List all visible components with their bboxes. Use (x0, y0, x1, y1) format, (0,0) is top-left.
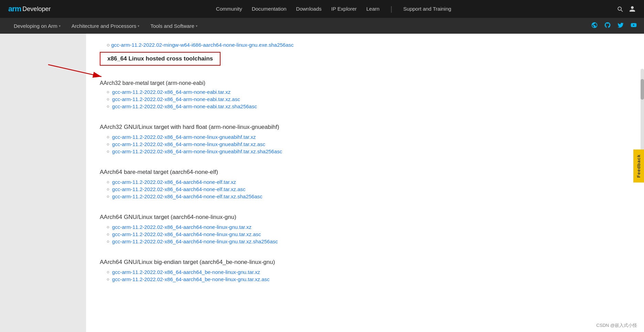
link-list-aarch32-hardfloat: gcc-arm-11.2-2022.02-x86_64-arm-none-lin… (107, 134, 630, 154)
section-title-aarch32-bare-metal: AArch32 bare-metal target (arm-none-eabi… (100, 80, 630, 86)
list-item: gcc-arm-11.2-2022.02-x86_64-aarch64-none… (107, 224, 630, 230)
top-nav-icons (616, 5, 636, 12)
section-title-aarch32-hardfloat: AArch32 GNU/Linux target with hard float… (100, 124, 630, 131)
nav-divider: | (390, 5, 392, 13)
list-item: gcc-arm-11.2-2022.02-x86_64-arm-none-eab… (107, 103, 630, 109)
highlighted-section-title: x86_64 Linux hosted cross toolchains (107, 55, 213, 62)
top-link[interactable]: gcc-arm-11.2-2022.02-mingw-w64-i686-aarc… (107, 42, 630, 48)
nav-ip-explorer[interactable]: IP Explorer (331, 6, 357, 12)
chevron-icon-1: ▾ (138, 24, 139, 28)
developer-logo-text: Developer (22, 5, 51, 13)
download-link[interactable]: gcc-arm-11.2-2022.02-x86_64-arm-none-eab… (112, 96, 240, 102)
nav-learn[interactable]: Learn (366, 6, 379, 12)
link-list-aarch64-big-endian: gcc-arm-11.2-2022.02-x86_64-aarch64_be-n… (107, 269, 630, 282)
search-icon[interactable] (616, 5, 623, 12)
chevron-icon-2: ▾ (196, 24, 197, 28)
highlighted-section-box: x86_64 Linux hosted cross toolchains (100, 52, 221, 66)
community-icon[interactable] (591, 22, 598, 30)
nav-downloads[interactable]: Downloads (296, 6, 322, 12)
download-link[interactable]: gcc-arm-11.2-2022.02-x86_64-aarch64-none… (112, 193, 262, 199)
csdn-watermark: CSDN @嵌入式小怪 (596, 322, 637, 329)
list-item: gcc-arm-11.2-2022.02-x86_64-arm-none-lin… (107, 148, 630, 154)
list-item: gcc-arm-11.2-2022.02-x86_64-aarch64_be-n… (107, 269, 630, 275)
chevron-icon-0: ▾ (59, 24, 61, 28)
second-nav-right (591, 22, 644, 30)
section-title-aarch64-big-endian: AArch64 GNU/Linux big-endian target (aar… (100, 259, 630, 266)
content-area: gcc-arm-11.2-2022.02-mingw-w64-i686-aarc… (86, 34, 644, 332)
svg-line-1 (48, 65, 101, 77)
download-link[interactable]: gcc-arm-11.2-2022.02-x86_64-arm-none-eab… (112, 89, 230, 95)
arm-logo-text: arm (8, 4, 21, 13)
download-link[interactable]: gcc-arm-11.2-2022.02-x86_64-aarch64-none… (112, 179, 236, 185)
nav-support-training[interactable]: Support and Training (403, 6, 451, 12)
list-item: gcc-arm-11.2-2022.02-x86_64-aarch64-none… (107, 231, 630, 237)
youtube-icon[interactable] (630, 22, 637, 30)
section-title-aarch64-bare-metal: AArch64 bare-metal target (aarch64-none-… (100, 169, 630, 176)
top-nav-links: Community Documentation Downloads IP Exp… (216, 5, 451, 13)
nav-tools-software[interactable]: Tools and Software ▾ (145, 18, 203, 34)
download-link[interactable]: gcc-arm-11.2-2022.02-x86_64-arm-none-lin… (112, 148, 282, 154)
list-item: gcc-arm-11.2-2022.02-x86_64-arm-none-lin… (107, 134, 630, 140)
list-item: gcc-arm-11.2-2022.02-x86_64-aarch64_be-n… (107, 276, 630, 282)
list-item: gcc-arm-11.2-2022.02-x86_64-arm-none-eab… (107, 96, 630, 102)
download-link[interactable]: gcc-arm-11.2-2022.02-x86_64-arm-none-lin… (112, 134, 256, 140)
main-wrapper: gcc-arm-11.2-2022.02-mingw-w64-i686-aarc… (0, 34, 644, 332)
download-link[interactable]: gcc-arm-11.2-2022.02-x86_64-aarch64_be-n… (112, 269, 260, 275)
second-nav-left: Developing on Arm ▾ Architecture and Pro… (8, 18, 203, 34)
github-icon[interactable] (604, 22, 611, 30)
download-link[interactable]: gcc-arm-11.2-2022.02-x86_64-aarch64-none… (112, 186, 246, 192)
list-item: gcc-arm-11.2-2022.02-x86_64-aarch64-none… (107, 186, 630, 192)
download-link[interactable]: gcc-arm-11.2-2022.02-x86_64-aarch64-none… (112, 239, 278, 244)
download-link[interactable]: gcc-arm-11.2-2022.02-x86_64-arm-none-eab… (112, 103, 257, 109)
second-navigation: Developing on Arm ▾ Architecture and Pro… (0, 18, 644, 34)
link-list-aarch32-bare-metal: gcc-arm-11.2-2022.02-x86_64-arm-none-eab… (107, 89, 630, 109)
red-arrow (41, 58, 110, 85)
list-item: gcc-arm-11.2-2022.02-x86_64-aarch64-none… (107, 239, 630, 244)
list-item: gcc-arm-11.2-2022.02-x86_64-aarch64-none… (107, 193, 630, 199)
list-item: gcc-arm-11.2-2022.02-x86_64-aarch64-none… (107, 179, 630, 185)
nav-developing-on-arm[interactable]: Developing on Arm ▾ (8, 18, 66, 34)
list-item: gcc-arm-11.2-2022.02-x86_64-arm-none-eab… (107, 89, 630, 95)
section-title-aarch64-linux-gnu: AArch64 GNU/Linux target (aarch64-none-l… (100, 214, 630, 221)
download-link[interactable]: gcc-arm-11.2-2022.02-x86_64-aarch64-none… (112, 224, 251, 230)
download-link[interactable]: gcc-arm-11.2-2022.02-x86_64-aarch64_be-n… (112, 276, 270, 282)
nav-architecture-processors[interactable]: Architecture and Processors ▾ (66, 18, 145, 34)
list-item: gcc-arm-11.2-2022.02-x86_64-arm-none-lin… (107, 141, 630, 147)
scrollbar-thumb[interactable] (641, 79, 644, 100)
download-link[interactable]: gcc-arm-11.2-2022.02-x86_64-aarch64-none… (112, 231, 261, 237)
twitter-icon[interactable] (617, 22, 624, 30)
arm-logo[interactable]: arm Developer (8, 4, 51, 13)
user-icon[interactable] (629, 5, 636, 12)
top-navigation: arm Developer Community Documentation Do… (0, 0, 644, 18)
download-link[interactable]: gcc-arm-11.2-2022.02-x86_64-arm-none-lin… (112, 141, 265, 147)
nav-documentation[interactable]: Documentation (252, 6, 287, 12)
feedback-tab[interactable]: Feedback (633, 150, 644, 182)
link-list-aarch64-bare-metal: gcc-arm-11.2-2022.02-x86_64-aarch64-none… (107, 179, 630, 199)
nav-community[interactable]: Community (216, 6, 242, 12)
link-list-aarch64-linux-gnu: gcc-arm-11.2-2022.02-x86_64-aarch64-none… (107, 224, 630, 244)
